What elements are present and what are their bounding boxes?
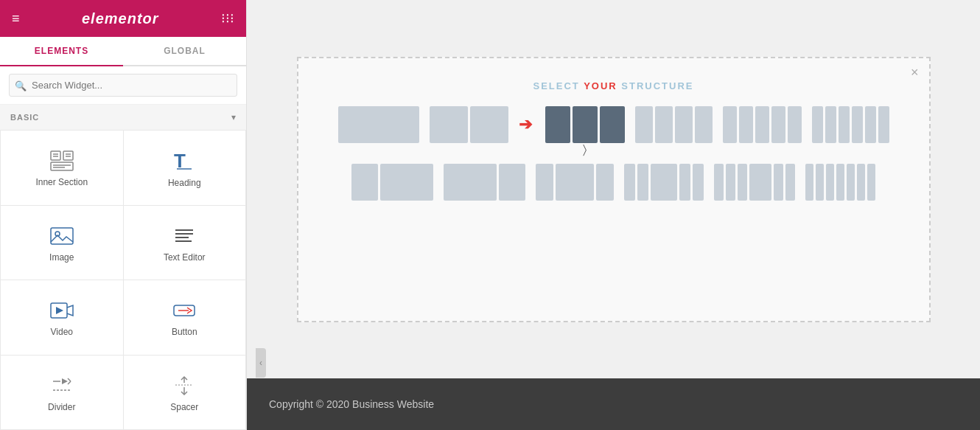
- layout-5-mixed[interactable]: [624, 164, 704, 201]
- svg-rect-11: [51, 228, 73, 244]
- sidebar: ≡ elementor ⁝⁝⁝ ELEMENTS GLOBAL 🔍 BASIC …: [0, 0, 247, 430]
- widget-inner-section[interactable]: Inner Section: [1, 131, 123, 205]
- widget-image-label: Image: [49, 252, 74, 263]
- heading-icon: T: [172, 150, 196, 172]
- layout-ratio-2-1[interactable]: [444, 164, 525, 201]
- layout-4col[interactable]: [635, 106, 713, 143]
- section-collapse-arrow[interactable]: ▾: [231, 112, 236, 122]
- layout-7col[interactable]: [805, 164, 875, 201]
- layout-6-mixed[interactable]: [714, 164, 795, 201]
- inner-section-icon: [50, 150, 74, 171]
- widget-video[interactable]: Video: [1, 280, 123, 355]
- widget-heading[interactable]: T Heading: [124, 131, 246, 205]
- tab-global[interactable]: GLOBAL: [123, 37, 246, 65]
- widget-divider[interactable]: Divider: [1, 356, 123, 430]
- tabs-row: ELEMENTS GLOBAL: [0, 37, 246, 66]
- widget-text-editor-label: Text Editor: [164, 252, 206, 263]
- structure-title: SELECT YOUR STRUCTURE: [321, 80, 907, 91]
- canvas-area: × SELECT YOUR STRUCTURE ➔: [247, 0, 980, 378]
- text-editor-icon: [172, 226, 196, 246]
- spacer-icon: [172, 375, 196, 396]
- footer-copyright: Copyright © 2020 Business Website: [269, 398, 434, 410]
- close-button[interactable]: ×: [911, 66, 919, 79]
- grid-icon[interactable]: ⁝⁝⁝: [221, 10, 234, 27]
- layout-5col[interactable]: [723, 106, 802, 143]
- layouts-row-2: [321, 164, 907, 201]
- widget-video-label: Video: [51, 327, 73, 337]
- image-icon: [50, 226, 74, 246]
- svg-rect-6: [51, 162, 73, 170]
- video-icon: [50, 300, 74, 321]
- widget-image[interactable]: Image: [1, 206, 123, 280]
- sidebar-header: ≡ elementor ⁝⁝⁝: [0, 0, 246, 37]
- layout-6col[interactable]: [812, 106, 889, 143]
- svg-line-25: [68, 381, 71, 384]
- section-title: BASIC: [10, 113, 39, 122]
- widget-spacer[interactable]: Spacer: [124, 356, 246, 430]
- divider-icon: [50, 375, 74, 396]
- widget-spacer-label: Spacer: [170, 402, 198, 412]
- elementor-logo: elementor: [82, 10, 159, 27]
- section-header[interactable]: BASIC ▾: [0, 105, 246, 130]
- button-icon: [172, 300, 196, 321]
- layout-1col[interactable]: [338, 106, 419, 143]
- layout-ratio-1-2[interactable]: [351, 164, 433, 201]
- widget-inner-section-label: Inner Section: [35, 177, 88, 187]
- search-box: 🔍: [0, 66, 246, 105]
- widgets-grid: Inner Section T Heading Image: [0, 130, 246, 430]
- layout-2col[interactable]: [430, 106, 508, 143]
- svg-rect-0: [51, 151, 60, 160]
- widget-text-editor[interactable]: Text Editor: [124, 206, 246, 280]
- layouts-row-1: ➔ 〉: [321, 106, 907, 143]
- footer: Copyright © 2020 Business Website: [247, 378, 980, 430]
- search-icon: 🔍: [15, 80, 27, 91]
- arrow-indicator: ➔: [519, 115, 532, 134]
- svg-rect-1: [63, 151, 73, 160]
- widget-button-label: Button: [172, 327, 197, 337]
- search-input[interactable]: [9, 74, 237, 97]
- layout-ratio-1-2-1[interactable]: [536, 164, 614, 201]
- svg-line-24: [68, 378, 71, 381]
- layout-3col[interactable]: 〉: [545, 106, 625, 143]
- tab-elements[interactable]: ELEMENTS: [0, 37, 123, 66]
- widget-button[interactable]: Button: [124, 280, 246, 355]
- svg-marker-18: [56, 307, 63, 314]
- main-area: × SELECT YOUR STRUCTURE ➔: [247, 0, 980, 430]
- menu-icon[interactable]: ≡: [12, 11, 20, 27]
- structure-panel: × SELECT YOUR STRUCTURE ➔: [297, 57, 931, 322]
- svg-marker-22: [62, 378, 68, 384]
- widget-divider-label: Divider: [48, 402, 75, 412]
- widget-heading-label: Heading: [168, 178, 201, 188]
